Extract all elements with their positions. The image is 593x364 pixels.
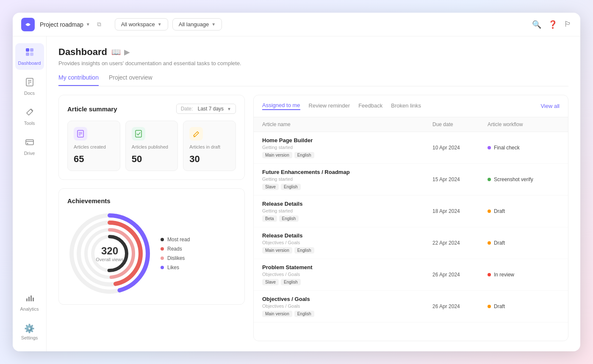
language-filter[interactable]: All language ▼ (172, 18, 222, 30)
article-category: Getting started (262, 208, 432, 213)
flag-icon[interactable]: 🏳 (564, 20, 572, 29)
article-name: Home Page Builder (262, 137, 432, 143)
achievements-card: Achievements (58, 188, 245, 305)
workflow-dot (488, 305, 491, 308)
right-tab-broken-links[interactable]: Broken links (391, 102, 421, 110)
table-body: Home Page BuilderGetting startedMain ver… (254, 132, 568, 323)
workflow-label: In review (494, 272, 514, 278)
drive-icon (25, 138, 34, 149)
stat-card-draft: Articles in draft 30 (183, 121, 236, 171)
page-header-icons: 📖 ▶ (111, 47, 130, 57)
right-tab-feedback[interactable]: Feedback (358, 102, 382, 110)
dashboard-icon (25, 47, 34, 59)
table-row[interactable]: Home Page BuilderGetting startedMain ver… (254, 132, 568, 164)
stat-value-draft: 30 (189, 154, 230, 165)
legend-dot-reads (161, 247, 164, 251)
project-dropdown-arrow: ▼ (86, 22, 90, 27)
workflow-dot (488, 210, 491, 213)
page-subtitle: Provides insights on users' documentatio… (58, 60, 568, 66)
article-name: Release Details (262, 201, 432, 207)
article-tag: Main version (262, 311, 292, 317)
book-icon[interactable]: 📖 (111, 47, 121, 57)
table-row[interactable]: Release DetailsGetting startedBetaEnglis… (254, 196, 568, 227)
article-tag: English (294, 152, 314, 158)
chart-container: 320 Overall views Most read (67, 211, 236, 296)
article-summary-header: Article summary Date: Last 7 days ▼ (67, 104, 236, 114)
svg-rect-1 (26, 48, 29, 52)
article-tags: SlaveEnglish (262, 184, 432, 190)
tools-icon (25, 108, 34, 119)
page-title: Dashboard (58, 47, 107, 58)
svg-rect-14 (28, 297, 30, 301)
app-window: Project roadmap ▼ ⧉ All workspace ▼ All … (13, 13, 580, 351)
due-date: 22 Apr 2024 (432, 240, 488, 246)
stat-card-published: Articles published 50 (125, 121, 178, 171)
sidebar-label-drive: Drive (24, 151, 35, 156)
col-due-date: Due date (432, 121, 488, 127)
article-category: Getting started (262, 176, 432, 182)
sidebar-item-docs[interactable]: Docs (15, 73, 44, 100)
main-layout: Dashboard Docs (13, 36, 580, 351)
article-name: Objectives / Goals (262, 296, 432, 302)
table-row[interactable]: Release DetailsObjectives / GoalsMain ve… (254, 227, 568, 259)
tab-my-contribution[interactable]: My contribution (58, 74, 99, 86)
play-icon[interactable]: ▶ (124, 47, 130, 57)
sidebar: Dashboard Docs (13, 36, 47, 351)
sidebar-label-analytics: Analytics (20, 306, 39, 312)
article-tags: BetaEnglish (262, 215, 432, 222)
article-category: Objectives / Goals (262, 240, 432, 245)
article-category: Objectives / Goals (262, 272, 432, 277)
workflow-dot (488, 273, 491, 276)
article-name-cell: Problem StatementObjectives / GoalsSlave… (262, 264, 432, 285)
help-icon[interactable]: ❓ (548, 20, 557, 29)
stat-cards: Articles created 65 Arti (67, 121, 236, 171)
search-icon[interactable]: 🔍 (532, 20, 541, 29)
achievements-title: Achievements (67, 197, 236, 204)
svg-rect-21 (136, 130, 141, 137)
col-workflow: Article workflow (488, 121, 560, 127)
workflow-cell: Draft (488, 208, 560, 214)
table-row[interactable]: Problem StatementObjectives / GoalsSlave… (254, 259, 568, 291)
sidebar-item-tools[interactable]: Tools (15, 103, 44, 130)
table-row[interactable]: Future Enhancements / RoadmapGetting sta… (254, 164, 568, 196)
tab-project-overview[interactable]: Project overview (109, 74, 152, 86)
legend-dislikes: Dislikes (161, 255, 190, 261)
article-tag: English (281, 184, 301, 190)
docs-icon (25, 77, 34, 89)
sidebar-item-settings[interactable]: ⚙️ Settings (15, 319, 44, 345)
table-header: Article name Due date Article workflow (254, 117, 568, 132)
article-category: Getting started (262, 145, 432, 150)
workspace-filter-arrow: ▼ (158, 22, 162, 27)
date-filter-arrow: ▼ (227, 107, 231, 111)
language-filter-arrow: ▼ (211, 22, 216, 27)
analytics-icon (25, 293, 34, 305)
right-tab-review[interactable]: Review reminder (309, 102, 350, 110)
due-date: 18 Apr 2024 (432, 208, 488, 214)
legend-label-reads: Reads (167, 246, 182, 252)
svg-rect-3 (26, 52, 29, 56)
stat-icon-published (132, 127, 145, 141)
stat-icon-draft (189, 127, 203, 141)
external-link-icon[interactable]: ⧉ (97, 21, 101, 28)
two-col-layout: Article summary Date: Last 7 days ▼ (58, 95, 568, 341)
sidebar-item-dashboard[interactable]: Dashboard (15, 43, 44, 70)
date-label: Date: (181, 106, 193, 112)
table-row[interactable]: Objectives / GoalsObjectives / GoalsMain… (254, 291, 568, 323)
article-tag: English (294, 311, 314, 317)
workspace-filter[interactable]: All workspace ▼ (115, 18, 168, 30)
settings-icon: ⚙️ (24, 323, 35, 334)
stat-icon-created (74, 127, 87, 141)
sidebar-label-settings: Settings (21, 335, 38, 340)
legend-dot-likes (161, 266, 164, 269)
articles-table: Article name Due date Article workflow H… (254, 117, 568, 341)
project-name[interactable]: Project roadmap ▼ (40, 21, 90, 28)
date-filter[interactable]: Date: Last 7 days ▼ (176, 104, 236, 114)
view-all-button[interactable]: View all (540, 103, 560, 109)
donut-value: 320 (96, 245, 123, 257)
workflow-dot (488, 178, 491, 181)
sidebar-item-drive[interactable]: Drive (15, 133, 44, 160)
article-tag: Slave (262, 184, 279, 190)
right-tab-assigned[interactable]: Assigned to me (262, 102, 300, 110)
sidebar-item-analytics[interactable]: Analytics (15, 289, 44, 316)
donut-center: 320 Overall views (96, 245, 123, 262)
